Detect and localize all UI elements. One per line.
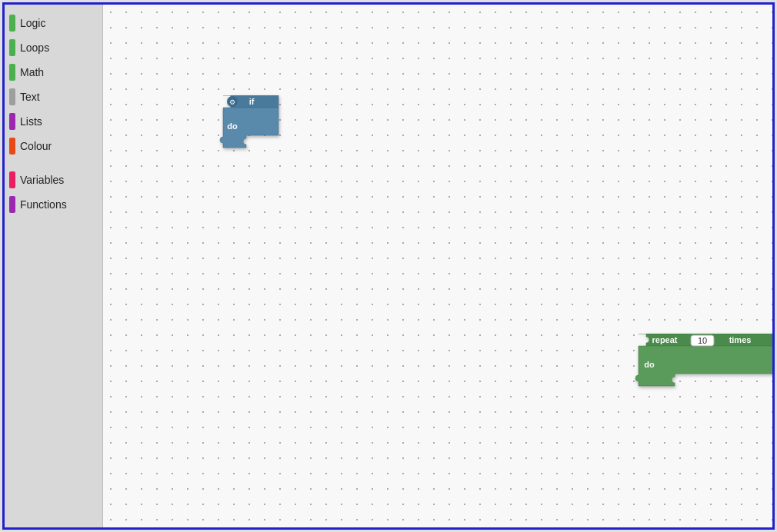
- colour-color-bar: [9, 138, 15, 155]
- sidebar-label-loops: Loops: [20, 42, 49, 54]
- gear-icon: ⚙: [229, 98, 235, 106]
- variables-color-bar: [9, 171, 15, 188]
- sidebar-item-variables[interactable]: Variables: [5, 168, 102, 192]
- sidebar-item-logic[interactable]: Logic: [5, 11, 102, 35]
- sidebar: Logic Loops Math Text Lists Colour: [5, 5, 103, 527]
- repeat-do-label: do: [644, 360, 655, 369]
- repeat-block[interactable]: repeat 10 times do: [632, 334, 772, 392]
- text-color-bar: [9, 88, 15, 105]
- functions-color-bar: [9, 196, 15, 213]
- sidebar-label-text: Text: [20, 91, 40, 103]
- sidebar-item-text[interactable]: Text: [5, 85, 102, 109]
- sidebar-label-colour: Colour: [20, 140, 52, 152]
- logic-color-bar: [9, 15, 15, 32]
- loops-color-bar: [9, 39, 15, 56]
- if-do-label: do: [227, 121, 238, 131]
- sidebar-item-colour[interactable]: Colour: [5, 134, 102, 158]
- sidebar-label-variables: Variables: [20, 174, 64, 186]
- lists-color-bar: [9, 113, 15, 130]
- times-label: times: [729, 335, 752, 344]
- sidebar-label-math: Math: [20, 66, 44, 78]
- sidebar-label-functions: Functions: [20, 198, 67, 211]
- canvas-area[interactable]: ⚙ if do repeat: [103, 5, 772, 527]
- if-label: if: [249, 97, 255, 106]
- repeat-value: 10: [698, 336, 707, 345]
- sidebar-item-math[interactable]: Math: [5, 60, 102, 85]
- sidebar-label-logic: Logic: [20, 17, 45, 29]
- sidebar-item-loops[interactable]: Loops: [5, 35, 102, 60]
- sidebar-spacer: [5, 158, 102, 168]
- repeat-label: repeat: [652, 335, 677, 344]
- sidebar-item-lists[interactable]: Lists: [5, 109, 102, 134]
- main-window: Logic Loops Math Text Lists Colour: [2, 2, 775, 530]
- if-block[interactable]: ⚙ if do: [217, 95, 286, 154]
- sidebar-item-functions[interactable]: Functions: [5, 192, 102, 217]
- math-color-bar: [9, 64, 15, 81]
- sidebar-label-lists: Lists: [20, 115, 42, 128]
